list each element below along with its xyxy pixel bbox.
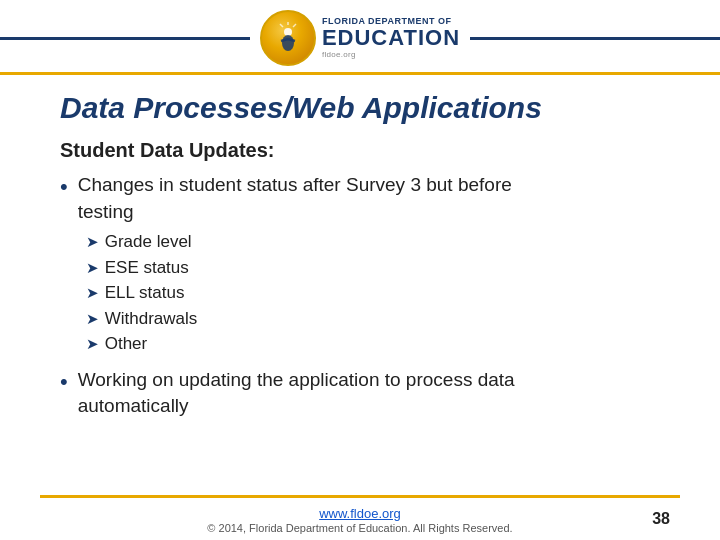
sub-item-label-grade: Grade level — [105, 229, 192, 255]
logo-title: EDUCATION — [322, 26, 460, 50]
bullet-item-1: • Changes in student status after Survey… — [60, 172, 660, 357]
footer-content: www.fldoe.org © 2014, Florida Department… — [0, 498, 720, 540]
sub-item-ese: ➤ ESE status — [86, 255, 512, 281]
svg-point-1 — [282, 35, 294, 51]
arrow-icon-1: ➤ — [86, 231, 99, 254]
slide-title: Data Processes/Web Applications — [60, 91, 660, 125]
sub-item-label-ell: ELL status — [105, 280, 185, 306]
logo-text: FLORIDA DEPARTMENT OF EDUCATION fldoe.or… — [322, 17, 460, 60]
logo-icon — [260, 10, 316, 66]
bullet-content-1: Changes in student status after Survey 3… — [78, 172, 512, 357]
footer-copyright: © 2014, Florida Department of Education.… — [207, 522, 512, 534]
svg-point-0 — [284, 28, 292, 36]
bullet-text-2: Working on updating the application to p… — [78, 367, 515, 420]
sub-item-label-other: Other — [105, 331, 148, 357]
arrow-icon-2: ➤ — [86, 257, 99, 280]
gold-divider — [0, 72, 720, 75]
header-line-left — [0, 37, 250, 40]
sub-item-label-ese: ESE status — [105, 255, 189, 281]
logo-container: FLORIDA DEPARTMENT OF EDUCATION fldoe.or… — [260, 10, 460, 66]
arrow-icon-4: ➤ — [86, 308, 99, 331]
sub-item-ell: ➤ ELL status — [86, 280, 512, 306]
arrow-icon-3: ➤ — [86, 282, 99, 305]
bullet-dot-2: • — [60, 368, 68, 397]
svg-line-6 — [280, 24, 283, 27]
header-line-right — [470, 37, 720, 40]
sub-item-other: ➤ Other — [86, 331, 512, 357]
sub-item-withdrawals: ➤ Withdrawals — [86, 306, 512, 332]
logo-url: fldoe.org — [322, 51, 460, 60]
svg-line-5 — [293, 24, 296, 27]
sub-item-label-withdrawals: Withdrawals — [105, 306, 198, 332]
arrow-icon-5: ➤ — [86, 333, 99, 356]
bullet-text-1: Changes in student status after Survey 3… — [78, 174, 512, 222]
footer-link[interactable]: www.fldoe.org — [319, 506, 401, 521]
footer-texts: www.fldoe.org © 2014, Florida Department… — [207, 504, 512, 534]
page-number: 38 — [652, 510, 670, 528]
footer: www.fldoe.org © 2014, Florida Department… — [0, 495, 720, 540]
bullet-dot-1: • — [60, 173, 68, 202]
section-heading: Student Data Updates: — [60, 139, 660, 162]
slide-content: Data Processes/Web Applications Student … — [0, 83, 720, 420]
bullet-item-2: • Working on updating the application to… — [60, 367, 660, 420]
sub-item-grade: ➤ Grade level — [86, 229, 512, 255]
header: FLORIDA DEPARTMENT OF EDUCATION fldoe.or… — [0, 0, 720, 72]
sub-list-1: ➤ Grade level ➤ ESE status ➤ ELL status … — [86, 229, 512, 357]
